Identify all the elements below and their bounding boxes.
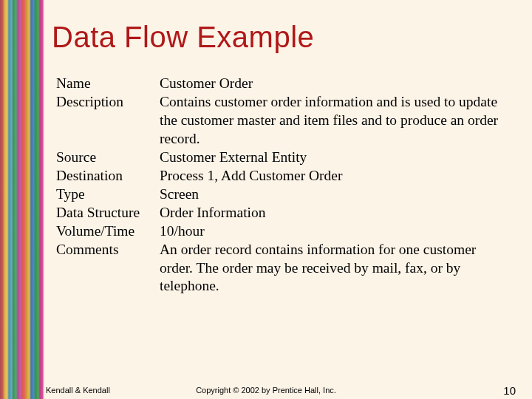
field-label: Data Structure [56,204,160,222]
field-label: Type [56,185,160,204]
field-row: Volume/Time 10/hour [56,222,510,241]
field-row: Comments An order record contains inform… [56,241,510,296]
field-value: Screen [160,185,510,204]
field-label: Comments [56,241,160,259]
field-value: Customer Order [160,75,510,93]
field-list: Name Customer Order Description Contains… [56,75,510,296]
field-row: Description Contains customer order info… [56,93,510,149]
footer-page-number: 10 [503,384,516,397]
field-row: Type Screen [56,185,510,204]
slide-title: Data Flow Example [52,21,510,54]
field-label: Description [56,93,160,112]
field-value: 10/hour [160,222,510,241]
field-row: Source Customer External Entity [56,149,510,167]
field-value: Customer External Entity [160,149,510,167]
field-label: Name [56,75,160,93]
footer-copyright: Copyright © 2002 by Prentice Hall, Inc. [0,386,532,395]
field-row: Name Customer Order [56,75,510,93]
field-label: Source [56,149,160,167]
field-row: Data Structure Order Information [56,204,510,222]
field-label: Destination [56,167,160,185]
slide-content: Data Flow Example Name Customer Order De… [44,0,532,399]
field-value: An order record contains information for… [160,241,510,296]
field-row: Destination Process 1, Add Customer Orde… [56,167,510,185]
field-value: Contains customer order information and … [160,93,510,149]
field-label: Volume/Time [56,222,160,241]
decorative-stripe [0,0,44,399]
field-value: Order Information [160,204,510,222]
field-value: Process 1, Add Customer Order [160,167,510,185]
